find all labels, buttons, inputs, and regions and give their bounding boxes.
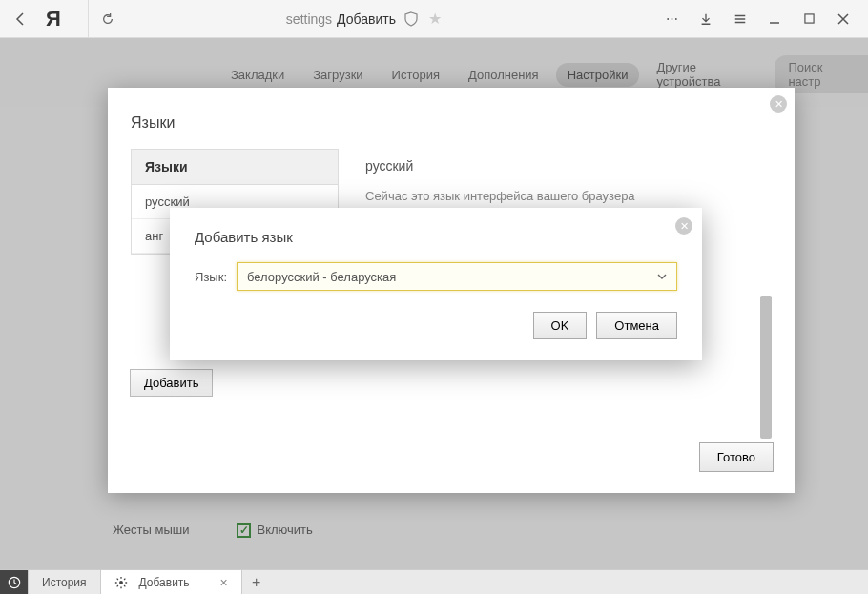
current-language-title: русский bbox=[365, 158, 772, 174]
close-tab-icon[interactable]: × bbox=[220, 575, 228, 590]
back-button[interactable] bbox=[8, 6, 34, 32]
more-button[interactable]: ⋯ bbox=[654, 6, 689, 32]
enable-gestures-checkbox[interactable]: ✓Включить bbox=[237, 522, 312, 538]
scrollbar[interactable] bbox=[760, 296, 772, 439]
svg-point-2 bbox=[119, 581, 123, 584]
minimize-button[interactable] bbox=[757, 6, 792, 32]
chevron-down-icon bbox=[657, 272, 667, 281]
languages-sidebar-head: Языки bbox=[132, 150, 338, 185]
bottom-tab-settings[interactable]: Добавить × bbox=[101, 570, 242, 594]
address-bar[interactable]: settings Добавить ★ bbox=[88, 0, 647, 37]
mouse-gestures-label: Жесты мыши bbox=[113, 522, 189, 537]
close-icon[interactable]: ✕ bbox=[770, 95, 787, 113]
language-select-label: Язык: bbox=[195, 270, 227, 284]
done-button[interactable]: Готово bbox=[699, 442, 774, 472]
new-tab-button[interactable]: + bbox=[242, 570, 271, 594]
language-select-value: белорусский - беларуская bbox=[247, 270, 396, 284]
menu-button[interactable] bbox=[723, 6, 757, 32]
languages-popup-title: Языки bbox=[108, 88, 795, 149]
address-right: Добавить bbox=[337, 11, 396, 27]
close-icon[interactable]: ✕ bbox=[675, 217, 692, 235]
bottom-tab-history[interactable]: История bbox=[29, 570, 101, 594]
close-window-button[interactable] bbox=[826, 6, 860, 32]
titlebar: Я settings Добавить ★ ⋯ bbox=[0, 0, 868, 38]
ok-button[interactable]: OK bbox=[533, 312, 588, 339]
address-left: settings bbox=[286, 11, 332, 27]
mouse-gestures-section: Жесты мыши ✓Включить bbox=[113, 522, 313, 538]
add-language-modal: ✕ Добавить язык Язык: белорусский - бела… bbox=[170, 208, 702, 360]
add-language-title: Добавить язык bbox=[195, 229, 677, 245]
gear-icon bbox=[114, 576, 128, 589]
downloads-button[interactable] bbox=[689, 6, 723, 32]
maximize-button[interactable] bbox=[792, 6, 826, 32]
bottom-tab-bar: История Добавить × + bbox=[0, 569, 868, 594]
svg-rect-0 bbox=[804, 14, 813, 23]
clock-icon[interactable] bbox=[0, 570, 29, 594]
language-select[interactable]: белорусский - беларуская bbox=[237, 262, 677, 291]
add-language-button[interactable]: Добавить bbox=[130, 369, 213, 397]
cancel-button[interactable]: Отмена bbox=[596, 312, 677, 339]
yandex-logo[interactable]: Я bbox=[46, 7, 61, 31]
reload-button[interactable] bbox=[98, 10, 117, 29]
checkbox-checked-icon: ✓ bbox=[237, 523, 251, 538]
bookmark-star-icon[interactable]: ★ bbox=[428, 10, 442, 28]
shield-icon[interactable] bbox=[403, 11, 419, 27]
current-language-desc: Сейчас это язык интерфейса вашего браузе… bbox=[365, 189, 772, 203]
